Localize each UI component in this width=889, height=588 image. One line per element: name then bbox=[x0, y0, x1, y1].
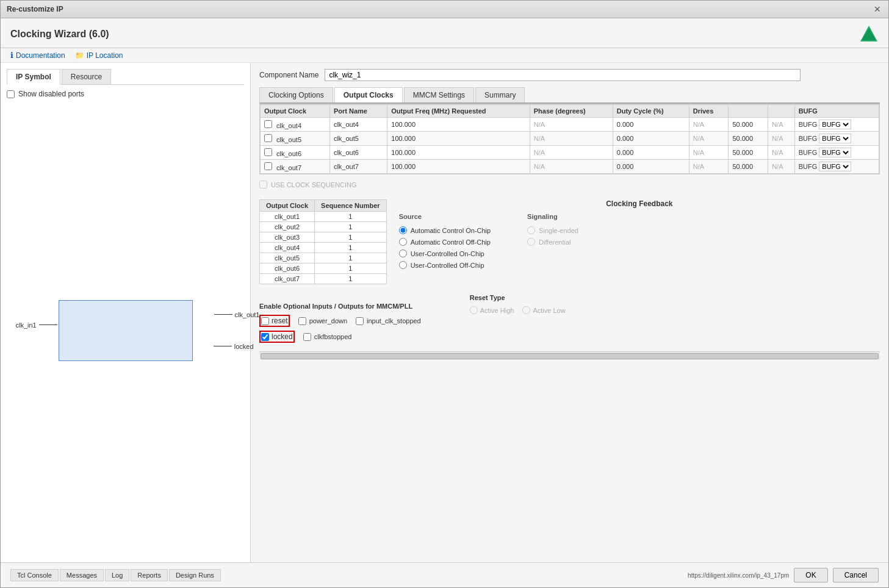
seq-cell-seq: 1 bbox=[315, 222, 387, 232]
main-window: Re-customize IP ✕ Clocking Wizard (6.0) … bbox=[0, 0, 889, 588]
locked-port: locked bbox=[214, 343, 254, 350]
signaling-single-label: Single-ended bbox=[539, 227, 578, 234]
documentation-link[interactable]: ℹ Documentation bbox=[10, 51, 65, 60]
feedback-title: Clocking Feedback bbox=[399, 199, 880, 208]
tab-output-clocks[interactable]: Output Clocks bbox=[334, 87, 403, 102]
row-checkbox[interactable] bbox=[264, 148, 272, 156]
horizontal-scrollbar[interactable] bbox=[259, 351, 880, 360]
source-auto-on-chip-radio[interactable] bbox=[399, 226, 407, 234]
reset-type-title: Reset Type bbox=[470, 294, 566, 301]
active-low-radio[interactable] bbox=[522, 306, 530, 314]
cell-bufg: BUFG BUFG bbox=[794, 118, 879, 132]
seq-table-row: clk_out6 1 bbox=[260, 264, 387, 274]
main-header: Clocking Wizard (6.0) bbox=[1, 18, 888, 48]
bufg-select[interactable]: BUFG bbox=[819, 162, 851, 171]
cell-drives-c: N/A bbox=[768, 160, 795, 174]
col-drives-a: Drives bbox=[689, 105, 729, 118]
bufg-select[interactable]: BUFG bbox=[819, 148, 851, 157]
cell-phase: N/A bbox=[530, 132, 613, 146]
reset-type-section: Reset Type Active High Active Low bbox=[470, 294, 566, 346]
bottom-tabs: Tcl Console Messages Log Reports Design … bbox=[10, 569, 221, 581]
tab-ip-symbol[interactable]: IP Symbol bbox=[7, 69, 60, 85]
seq-cell-seq: 1 bbox=[315, 212, 387, 222]
info-icon: ℹ bbox=[10, 51, 13, 60]
cell-drives-c: N/A bbox=[768, 132, 795, 146]
clkfbstopped-checkbox[interactable] bbox=[303, 333, 311, 341]
source-user-off-chip: User-Controlled Off-Chip bbox=[399, 261, 491, 269]
signaling-diff-radio[interactable] bbox=[527, 238, 535, 246]
bufg-select[interactable]: BUFG bbox=[819, 120, 851, 129]
power-down-checkbox[interactable] bbox=[298, 317, 306, 325]
right-tab-bar: Clocking Options Output Clocks MMCM Sett… bbox=[259, 87, 880, 104]
cell-freq: 100.000 bbox=[387, 146, 530, 160]
cell-drives-a: N/A bbox=[689, 146, 729, 160]
use-clock-seq-row: USE CLOCK SEQUENCING bbox=[259, 181, 880, 188]
tab-resource[interactable]: Resource bbox=[62, 69, 111, 84]
col-output-clock: Output Clock bbox=[261, 105, 330, 118]
bufg-select[interactable]: BUFG bbox=[819, 134, 851, 143]
seq-cell-clock: clk_out7 bbox=[260, 274, 315, 284]
source-user-off-chip-radio[interactable] bbox=[399, 261, 407, 269]
cell-duty: 0.000 bbox=[613, 146, 689, 160]
component-name-label: Component Name bbox=[259, 71, 319, 79]
component-name-input[interactable] bbox=[325, 69, 801, 81]
bottom-tab-design-runs[interactable]: Design Runs bbox=[169, 569, 221, 581]
reset-type-radios: Active High Active Low bbox=[470, 306, 566, 314]
source-col: Source Automatic Control On-Chip Automat… bbox=[399, 213, 491, 269]
seq-table-row: clk_out1 1 bbox=[260, 212, 387, 222]
tab-summary[interactable]: Summary bbox=[475, 87, 525, 102]
row-checkbox[interactable] bbox=[264, 162, 272, 170]
close-button[interactable]: ✕ bbox=[873, 4, 882, 14]
input-clk-stopped-checkbox[interactable] bbox=[356, 317, 364, 325]
seq-table: Output Clock Sequence Number clk_out1 1 … bbox=[259, 199, 387, 284]
show-disabled-checkbox[interactable] bbox=[7, 90, 15, 98]
cell-drives-b: 50.000 bbox=[729, 160, 768, 174]
col-bufg: BUFG bbox=[794, 105, 879, 118]
seq-cell-clock: clk_out5 bbox=[260, 253, 315, 264]
tab-mmcm-settings[interactable]: MMCM Settings bbox=[404, 87, 474, 102]
section-row: Output Clock Sequence Number clk_out1 1 … bbox=[259, 199, 880, 284]
ip-symbol-diagram: clk_in1 clk_out1 bbox=[59, 300, 193, 361]
signaling-single-radio[interactable] bbox=[527, 226, 535, 234]
seq-cell-clock: clk_out6 bbox=[260, 264, 315, 274]
signaling-diff-label: Differential bbox=[539, 238, 570, 246]
seq-cell-clock: clk_out2 bbox=[260, 222, 315, 232]
source-user-off-chip-label: User-Controlled Off-Chip bbox=[411, 262, 484, 269]
source-auto-off-chip-radio[interactable] bbox=[399, 238, 407, 246]
source-user-on-chip-radio[interactable] bbox=[399, 249, 407, 257]
ip-location-link[interactable]: 📁 IP Location bbox=[75, 51, 123, 60]
row-checkbox[interactable] bbox=[264, 134, 272, 142]
active-high-radio[interactable] bbox=[470, 306, 478, 314]
cell-drives-a: N/A bbox=[689, 132, 729, 146]
bottom-tab-reports[interactable]: Reports bbox=[131, 569, 168, 581]
h-scroll-thumb[interactable] bbox=[261, 353, 879, 359]
url-text: https://diligent.xilinx.com/ip_43_17pm bbox=[688, 572, 789, 579]
seq-table-row: clk_out5 1 bbox=[260, 253, 387, 264]
cancel-button[interactable]: Cancel bbox=[833, 568, 879, 583]
tab-clocking-options[interactable]: Clocking Options bbox=[259, 87, 333, 102]
bottom-tab-tcl[interactable]: Tcl Console bbox=[10, 569, 59, 581]
signaling-differential: Differential bbox=[527, 238, 578, 246]
table-row: clk_out5 clk_out5 100.000 N/A 0.000 N/A … bbox=[261, 132, 879, 146]
cell-check: clk_out6 bbox=[261, 146, 330, 160]
ok-button[interactable]: OK bbox=[794, 568, 827, 583]
clocks-table-wrapper: Output Clock Port Name Output Freq (MHz)… bbox=[259, 104, 880, 174]
reset-checkbox[interactable] bbox=[261, 317, 269, 325]
seq-table-row: clk_out3 1 bbox=[260, 232, 387, 243]
component-name-row: Component Name bbox=[259, 69, 880, 81]
cell-duty: 0.000 bbox=[613, 160, 689, 174]
seq-cell-seq: 1 bbox=[315, 274, 387, 284]
clk-in1-port: clk_in1 bbox=[16, 321, 57, 329]
cell-freq: 100.000 bbox=[387, 118, 530, 132]
col-output-freq: Output Freq (MHz) Requested bbox=[387, 105, 530, 118]
bottom-tab-messages[interactable]: Messages bbox=[60, 569, 104, 581]
locked-checkbox[interactable] bbox=[261, 333, 269, 341]
clkfbstopped-label: clkfbstopped bbox=[314, 333, 352, 340]
content-area: IP Symbol Resource Show disabled ports c… bbox=[1, 63, 888, 562]
use-clock-seq-checkbox[interactable] bbox=[259, 181, 267, 188]
dialog-title: Clocking Wizard (6.0) bbox=[10, 29, 109, 40]
source-auto-off-chip-label: Automatic Control Off-Chip bbox=[411, 238, 491, 246]
row-checkbox[interactable] bbox=[264, 120, 272, 128]
clk-out1-line bbox=[214, 314, 232, 315]
bottom-tab-log[interactable]: Log bbox=[105, 569, 129, 581]
